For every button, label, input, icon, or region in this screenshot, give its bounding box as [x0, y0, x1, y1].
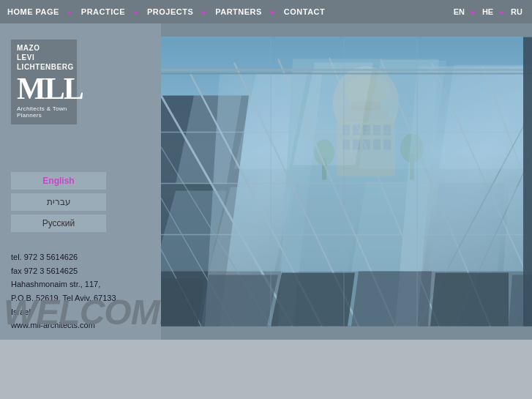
outer-wrapper: HOME PAGE ► PRACTICE ► PROJECTS ► PARTNE… [0, 0, 532, 399]
logo-box: MAZO LEVI LICHTENBERG MLL Architects & T… [11, 40, 77, 124]
lang-section: EN ► HE ► RU [452, 7, 525, 16]
lang-he[interactable]: HE [480, 7, 495, 16]
building-image [161, 23, 532, 340]
image-area [161, 23, 532, 340]
svg-marker-51 [428, 184, 505, 272]
svg-marker-55 [271, 273, 355, 327]
nav-arrow-4: ► [269, 8, 277, 16]
sidebar: MAZO LEVI LICHTENBERG MLL Architects & T… [0, 23, 161, 340]
nav-home[interactable]: HOME PAGE [7, 7, 64, 16]
nav-bar: HOME PAGE ► PRACTICE ► PROJECTS ► PARTNE… [0, 0, 532, 23]
lang-arrow-1: ► [470, 8, 477, 16]
nav-arrow-2: ► [132, 8, 140, 16]
svg-rect-64 [523, 37, 532, 327]
nav-contact[interactable]: CONTACT [280, 7, 329, 16]
lang-btn-russian[interactable]: Русский [11, 215, 106, 232]
contact-tel: tel. 972 3 5614626 [11, 250, 150, 264]
logo-text-top: MAZO LEVI LICHTENBERG [17, 43, 71, 72]
logo-line3: LICHTENBERG [17, 62, 71, 72]
lang-buttons: English עברית Русский [11, 172, 150, 232]
bottom-bar [0, 340, 532, 399]
svg-marker-46 [439, 65, 532, 169]
logo-initials: MLL [17, 73, 83, 104]
lang-en[interactable]: EN [452, 7, 467, 16]
svg-marker-56 [351, 272, 432, 327]
svg-marker-53 [161, 279, 205, 327]
svg-marker-50 [351, 182, 435, 272]
svg-marker-54 [201, 275, 278, 327]
logo-line1: MAZO [17, 43, 71, 53]
welcome-text: WELCOME [4, 292, 182, 332]
svg-marker-57 [430, 273, 509, 327]
logo-area: MAZO LEVI LICHTENBERG MLL Architects & T… [11, 31, 150, 132]
nav-arrow-1: ► [67, 8, 74, 16]
logo-line2: LEVI [17, 53, 71, 62]
lang-arrow-2: ► [498, 8, 506, 16]
nav-arrow-3: ► [201, 8, 208, 16]
main-content: MAZO LEVI LICHTENBERG MLL Architects & T… [0, 23, 532, 340]
contact-fax: fax 972 3 5614625 [11, 264, 150, 278]
contact-address1: Hahashmonaim str., 117, [11, 277, 150, 291]
lang-btn-english[interactable]: English [11, 172, 106, 190]
nav-practice[interactable]: PRACTICE [77, 7, 130, 16]
lang-ru[interactable]: RU [509, 7, 525, 16]
logo-mll: MLL [17, 73, 71, 104]
nav-partners[interactable]: PARTNERS [211, 7, 266, 16]
logo-subtitle: Architects & Town Planners [17, 105, 71, 119]
nav-projects[interactable]: PROJECTS [143, 7, 198, 16]
lang-btn-hebrew[interactable]: עברית [11, 193, 106, 211]
nav-links: HOME PAGE ► PRACTICE ► PROJECTS ► PARTNE… [7, 7, 452, 16]
